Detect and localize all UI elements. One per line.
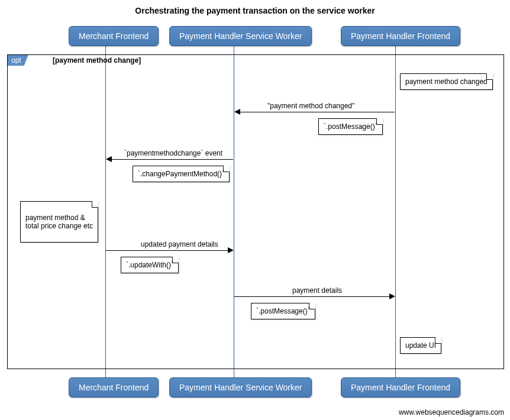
msg2-arrow xyxy=(111,159,233,160)
participant-frontend-top: Payment Handler Frontend xyxy=(341,26,460,46)
note-update-ui: update UI xyxy=(400,337,441,354)
msg1-arrowhead xyxy=(234,109,240,115)
opt-guard: [payment method change] xyxy=(53,56,141,64)
note-text: payment method & total price change etc xyxy=(25,214,93,230)
participant-frontend-bottom: Payment Handler Frontend xyxy=(341,377,460,398)
note-change-payment-method: `.changePaymentMethod()` xyxy=(133,166,230,182)
note-text: payment method changed xyxy=(405,77,488,86)
note-text: update UI xyxy=(405,341,436,350)
msg3-arrow xyxy=(106,250,228,251)
note-postmessage-2: `.postMessage()` xyxy=(251,303,315,319)
note-text: `.changePaymentMethod()` xyxy=(138,170,224,178)
note-postmessage-1: `.postMessage()` xyxy=(318,118,383,135)
msg4-arrowhead xyxy=(389,293,395,299)
participant-sw-top: Payment Handler Service Worker xyxy=(169,26,312,46)
note-update-with: `.updateWith()` xyxy=(121,257,179,273)
msg3-arrowhead xyxy=(228,247,234,253)
msg4-arrow xyxy=(234,296,389,297)
participant-sw-bottom: Payment Handler Service Worker xyxy=(169,377,312,398)
msg2-arrowhead xyxy=(106,156,112,162)
watermark: www.websequencediagrams.com xyxy=(399,408,504,416)
note-text: `.updateWith()` xyxy=(126,261,173,269)
participant-merchant-bottom: Merchant Frontend xyxy=(69,377,159,398)
note-merchant-change: payment method & total price change etc xyxy=(20,201,98,243)
diagram-title: Orchestrating the payment transaction on… xyxy=(0,0,510,15)
msg1-label: "payment method changed" xyxy=(266,102,356,110)
opt-label: opt xyxy=(8,55,28,66)
msg4-label: payment details xyxy=(291,286,343,295)
participant-merchant-top: Merchant Frontend xyxy=(69,26,159,46)
note-text: `.postMessage()` xyxy=(256,307,310,315)
note-text: `.postMessage()` xyxy=(324,122,377,131)
note-payment-method-changed: payment method changed xyxy=(400,73,493,90)
msg3-label: updated payment details xyxy=(140,240,220,248)
msg1-arrow xyxy=(240,112,395,112)
msg2-label: `paymentmethodchange` event xyxy=(123,149,224,157)
